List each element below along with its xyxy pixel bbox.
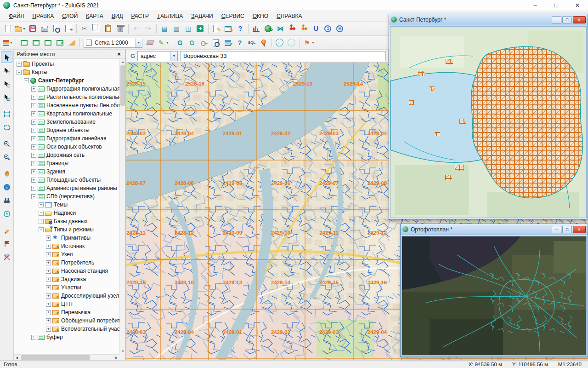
map-frame-check-button[interactable] xyxy=(54,37,65,48)
chevron-down-icon[interactable]: ▼ xyxy=(166,41,169,44)
tree-item[interactable]: +Примитивы xyxy=(14,234,119,242)
address-input[interactable] xyxy=(180,51,386,61)
network-topology-button[interactable] xyxy=(287,23,298,34)
add-to-map-button[interactable]: + xyxy=(195,23,206,34)
chevron-down-icon[interactable]: ▼ xyxy=(311,41,315,44)
copy-button[interactable] xyxy=(91,23,102,34)
tree-item[interactable]: +Границы xyxy=(14,159,119,167)
expand-icon[interactable]: + xyxy=(46,244,51,249)
expand-icon[interactable]: + xyxy=(31,136,36,141)
save-document-button[interactable] xyxy=(27,23,38,34)
tree-item[interactable]: +Здания xyxy=(14,167,119,176)
find-object-button[interactable] xyxy=(210,37,221,48)
orthophoto-window-titlebar[interactable]: Ортофотоплан * – □ × xyxy=(401,224,588,235)
expand-icon[interactable]: + xyxy=(31,86,36,92)
tree-item[interactable]: +Населенные пункты Лен.обл. xyxy=(14,101,119,109)
title-bar[interactable]: Санкт-Петербург * - ZuluGIS 2021 – □ × xyxy=(0,0,588,11)
expand-icon[interactable]: + xyxy=(46,293,51,299)
zulu-one-mode-button[interactable]: 1 xyxy=(322,23,334,34)
address-type-combo[interactable]: адрес ▼ xyxy=(137,51,178,61)
expand-icon[interactable]: + xyxy=(46,302,51,307)
bookmarks-button[interactable]: ⚑▼ xyxy=(302,37,315,48)
maximize-button[interactable]: □ xyxy=(546,0,567,11)
paste-button[interactable] xyxy=(103,23,114,34)
expand-icon[interactable]: + xyxy=(31,128,36,133)
select-area-tool[interactable] xyxy=(1,92,12,103)
redo-button[interactable]: ↷ xyxy=(143,23,154,34)
cut-button[interactable]: ✂ xyxy=(79,23,90,34)
zoom-out-tool[interactable] xyxy=(1,151,12,163)
minimize-button[interactable]: – xyxy=(525,0,546,11)
chevron-down-icon[interactable]: ▼ xyxy=(170,52,177,61)
expand-icon[interactable]: + xyxy=(31,161,36,166)
tree-item[interactable]: +Кварталы полигональные xyxy=(14,109,119,118)
workspace-panel-header[interactable]: Рабочее место × xyxy=(14,50,125,59)
expand-icon[interactable]: + xyxy=(31,120,36,125)
tree-horizontal-scrollbar[interactable]: ◀ ▶ xyxy=(14,354,119,360)
view-back-button[interactable]: ← xyxy=(274,37,285,48)
menu-правка[interactable]: ПРАВКА xyxy=(28,12,58,21)
tree-item[interactable]: +Гидрография линейная xyxy=(14,134,119,143)
export-document-button[interactable] xyxy=(63,23,74,34)
zoom-box-tool[interactable] xyxy=(1,121,12,133)
tree-item[interactable]: +Узел xyxy=(14,250,119,259)
new-map-window-button[interactable]: ◫ xyxy=(183,23,194,34)
expand-icon[interactable]: + xyxy=(46,269,51,274)
expand-icon[interactable]: + xyxy=(31,335,36,340)
workspace-close-icon[interactable]: × xyxy=(115,51,123,58)
menu-вид[interactable]: ВИД xyxy=(107,12,127,21)
tree-item[interactable]: +Перемычка xyxy=(14,308,119,316)
scroll-down-icon[interactable]: ▼ xyxy=(120,348,126,354)
tree-item[interactable]: +Насосная станция xyxy=(14,267,119,275)
frame-select-tool[interactable] xyxy=(1,108,12,120)
tree-item[interactable]: +Базы данных xyxy=(14,217,119,225)
tree-vscroll-thumb[interactable] xyxy=(120,65,125,106)
flag-clear-tool[interactable] xyxy=(1,251,12,263)
edit-object-button[interactable] xyxy=(211,23,222,34)
map-contents-button[interactable]: ▥ xyxy=(171,23,182,34)
menu-задачи[interactable]: ЗАДАЧИ xyxy=(187,12,217,21)
draw-edit-button[interactable]: ✎▼ xyxy=(157,37,170,48)
expand-icon[interactable]: + xyxy=(31,103,36,108)
expand-icon[interactable]: + xyxy=(31,169,36,174)
minimize-button[interactable]: – xyxy=(552,226,561,233)
menu-карта[interactable]: КАРТА xyxy=(82,12,107,21)
tree-item[interactable]: +Задвижка xyxy=(14,275,119,283)
access-keys-button[interactable] xyxy=(198,37,209,48)
expand-icon[interactable]: + xyxy=(46,277,51,282)
pan-tool[interactable] xyxy=(1,168,12,179)
tree-item[interactable]: +буфер xyxy=(14,333,119,341)
tree-item[interactable]: +Вспомогательный участок xyxy=(14,325,119,333)
open-document-button[interactable]: ▼ xyxy=(14,23,26,34)
orthophoto-window[interactable]: Ортофотоплан * – □ × xyxy=(400,224,588,357)
tree-item[interactable]: −Санкт-Петербург xyxy=(14,76,119,85)
flag-tool[interactable] xyxy=(1,238,12,249)
print-preview-button[interactable] xyxy=(51,23,62,34)
tree-item[interactable]: +Источник xyxy=(14,242,119,250)
menu-растр[interactable]: РАСТР xyxy=(127,12,153,21)
address-search-icon[interactable]: G xyxy=(128,52,137,61)
collapse-icon[interactable]: − xyxy=(39,227,44,232)
menu-файл[interactable]: ФАЙЛ xyxy=(5,12,28,21)
address-pin-button[interactable] xyxy=(258,37,269,48)
tree-item[interactable]: +Дросселирующий узел xyxy=(14,292,119,300)
select-group-tool[interactable] xyxy=(1,78,12,90)
print-button[interactable] xyxy=(39,23,50,34)
select-object-tool[interactable] xyxy=(1,65,12,76)
update-layer-button[interactable] xyxy=(263,23,274,34)
zoom-in-tool[interactable] xyxy=(1,138,12,150)
layer-table-button[interactable]: ▤ xyxy=(159,23,170,34)
eraser-button[interactable] xyxy=(145,37,156,48)
close-button[interactable]: × xyxy=(573,16,586,23)
chevron-down-icon[interactable]: ▼ xyxy=(23,27,26,30)
expand-icon[interactable]: + xyxy=(46,327,51,332)
node-insert-button[interactable]: G xyxy=(175,37,186,48)
menu-окно[interactable]: ОКНО xyxy=(249,12,272,21)
maximize-button[interactable]: □ xyxy=(562,16,572,23)
orthophoto-canvas[interactable] xyxy=(401,236,587,356)
tree-item[interactable]: +Дорожная сеть xyxy=(14,151,119,159)
close-button[interactable]: × xyxy=(573,226,586,233)
tree-item[interactable]: +Водные объекты xyxy=(14,126,119,134)
expand-icon[interactable]: + xyxy=(31,153,36,158)
menu-таблица[interactable]: ТАБЛИЦА xyxy=(153,12,187,21)
